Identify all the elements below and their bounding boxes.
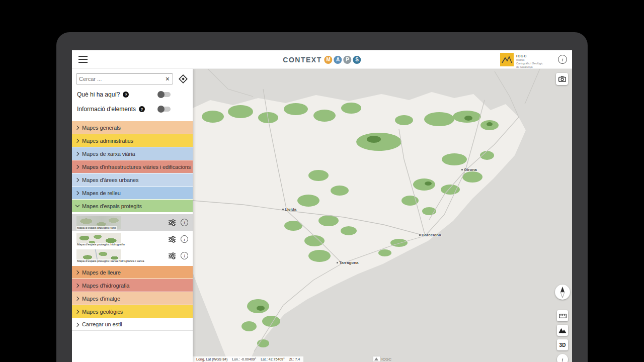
logo-letter-s: S (353, 56, 361, 64)
layer-row-hidrografia[interactable]: Mapa d'espais protegits: hidrografia i (72, 231, 193, 247)
status-zoom-level: Zl.: 7.4 (289, 357, 300, 361)
chevron-right-icon (75, 296, 79, 301)
logo-letter-a: A (334, 56, 342, 64)
layer-info-icon[interactable]: i (181, 219, 188, 226)
ruler-icon (559, 314, 567, 318)
layer-row-xarxa[interactable]: Mapa d'espais protegits: xarxa hidrogràf… (72, 247, 193, 264)
chevron-right-icon (75, 138, 79, 143)
category-label: Mapes generals (82, 125, 121, 131)
category-label: Mapes administratius (82, 138, 133, 144)
contextmaps-logo: CONTEXT M A P S (283, 50, 361, 69)
chevron-right-icon (75, 177, 79, 182)
category-label: Mapes d'imatge (82, 296, 120, 302)
compass-needle-icon (557, 286, 568, 298)
layer-info-icon[interactable]: i (181, 235, 188, 243)
search-input[interactable] (79, 76, 165, 82)
layer-caption: Mapa d'espais protegits: xarxa hidrogràf… (76, 259, 145, 263)
help-badge-icon[interactable]: ? (139, 106, 145, 112)
view-3d-button[interactable]: 3D (557, 339, 568, 350)
menu-icon[interactable] (78, 56, 88, 63)
category-hidrografia[interactable]: Mapes d'hidrografia (72, 279, 193, 292)
chevron-right-icon (75, 322, 79, 327)
header-info-icon[interactable]: i (558, 55, 567, 64)
load-style-label: Carregar un estil (82, 321, 122, 327)
chevron-right-icon (75, 151, 79, 156)
category-arees-urbanes[interactable]: Mapes d'àrees urbanes (72, 173, 193, 186)
camera-icon (558, 76, 566, 82)
tune-icon[interactable] (168, 252, 176, 260)
category-label: Mapes d'hidrografia (82, 283, 129, 289)
layer-caption: Mapa d'espais protegits: hidrografia (76, 243, 125, 247)
help-badge-icon[interactable]: ? (123, 92, 129, 98)
terrain-button[interactable] (557, 325, 568, 336)
chevron-right-icon (75, 164, 79, 169)
chevron-right-icon (75, 283, 79, 288)
layer-thumbnail[interactable]: Mapa d'espais protegits: xarxa hidrogràf… (76, 249, 121, 262)
icgc-line1: Institut (516, 58, 524, 61)
search-row: × (72, 69, 193, 87)
category-mapes-generals[interactable]: Mapes generals (72, 121, 193, 134)
chevron-right-icon (75, 191, 79, 195)
category-label: Mapes de lleure (82, 269, 121, 276)
category-label: Mapes d'àrees urbanes (82, 177, 139, 183)
chevron-right-icon (75, 270, 79, 275)
layer-thumbnail[interactable]: Mapa d'espais protegits: fons (76, 216, 121, 229)
map-attribution: ICGC (373, 356, 391, 361)
locate-icon[interactable] (178, 73, 189, 84)
category-label: Mapes d'infraestructures viàries i edifi… (82, 164, 191, 170)
logo-letter-m: M (325, 56, 333, 64)
icgc-attribution-icon (373, 356, 380, 361)
category-mapes-xarxa-viaria[interactable]: Mapes de xarxa viària (72, 147, 193, 160)
layer-thumbnail[interactable]: Mapa d'espais protegits: hidrografia (76, 233, 121, 246)
category-espais-protegits[interactable]: Mapes d'espais protegits (72, 200, 193, 212)
clear-search-icon[interactable]: × (165, 75, 170, 82)
device-frame: CONTEXT M A P S ICGC Institut Cartogràfi… (56, 32, 588, 362)
map-canvas[interactable]: Lleida Girona Barcelona Tarragona (193, 69, 572, 362)
screenshot-button[interactable] (556, 73, 568, 85)
icgc-line3: de Catalunya (516, 65, 532, 68)
chevron-right-icon (75, 309, 79, 314)
element-info-toggle[interactable] (158, 107, 171, 112)
icgc-logo-mark (500, 53, 514, 66)
layer-list: Mapa d'espais protegits: fons i (72, 213, 193, 266)
category-imatge[interactable]: Mapes d'imatge (72, 292, 193, 305)
load-style-button[interactable]: Carregar un estil (72, 318, 193, 331)
tune-icon[interactable] (168, 219, 176, 227)
category-label: Mapes de relleu (82, 190, 121, 196)
city-label-tarragona: Tarragona (337, 260, 359, 265)
chevron-right-icon (75, 125, 79, 130)
measure-button[interactable] (557, 310, 568, 321)
category-label: Mapes d'espais protegits (82, 203, 142, 209)
category-lleure[interactable]: Mapes de lleure (72, 266, 193, 279)
icgc-logo[interactable]: ICGC Institut Cartogràfic i Geològic de … (500, 53, 543, 69)
layer-caption: Mapa d'espais protegits: fons (76, 226, 117, 230)
category-relleu[interactable]: Mapes de relleu (72, 187, 193, 199)
layer-row-fons[interactable]: Mapa d'espais protegits: fons i (72, 214, 193, 231)
sidebar: × Què hi ha aquí? ? Informació d'element… (72, 69, 193, 362)
city-label-girona: Girona (461, 167, 477, 172)
content: × Què hi ha aquí? ? Informació d'element… (72, 69, 572, 362)
category-infraestructures[interactable]: Mapes d'infraestructures viàries i edifi… (72, 160, 193, 173)
layer-info-icon[interactable]: i (181, 252, 188, 259)
status-bar: Long, Lat (WGS 84) Lon.: -0.00409° Lat.:… (193, 356, 303, 362)
app-window: CONTEXT M A P S ICGC Institut Cartogràfi… (72, 50, 572, 362)
attribution-text: ICGC (381, 357, 391, 361)
logo-text: CONTEXT (283, 56, 321, 64)
chevron-down-icon (75, 204, 79, 208)
map-info-button[interactable]: i (557, 354, 568, 362)
basemap (193, 69, 572, 362)
status-crs: Long, Lat (WGS 84) (196, 357, 227, 361)
whats-here-toggle[interactable] (158, 92, 171, 97)
compass-control[interactable] (555, 285, 570, 300)
icgc-abbr: ICGC (516, 54, 543, 58)
city-label-barcelona: Barcelona (419, 233, 441, 237)
category-label: Mapes geològics (82, 309, 123, 315)
icgc-line2: Cartogràfic i Geològic (516, 62, 543, 65)
mountain-icon (558, 328, 567, 333)
tune-icon[interactable] (168, 235, 176, 243)
whats-here-row: Què hi ha aquí? ? (72, 87, 193, 102)
category-geologics[interactable]: Mapes geològics (72, 305, 193, 318)
category-mapes-administratius[interactable]: Mapes administratius (72, 134, 193, 147)
category-label: Mapes de xarxa viària (82, 151, 135, 157)
status-longitude: Lon.: -0.00409° (232, 357, 256, 361)
